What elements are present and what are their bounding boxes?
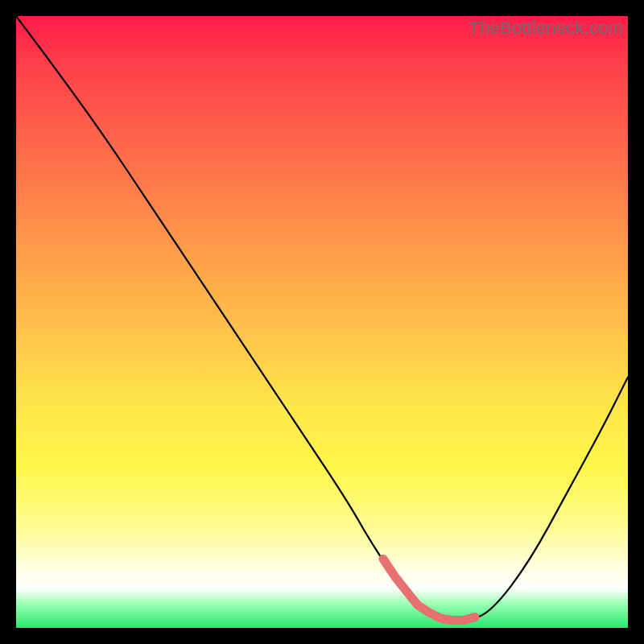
chart-frame: TheBottleneck.com <box>16 16 628 628</box>
bottleneck-curve-path <box>16 16 628 621</box>
bottleneck-curve-svg <box>16 16 628 628</box>
watermark-text: TheBottleneck.com <box>469 18 623 39</box>
trough-marker <box>383 559 475 620</box>
